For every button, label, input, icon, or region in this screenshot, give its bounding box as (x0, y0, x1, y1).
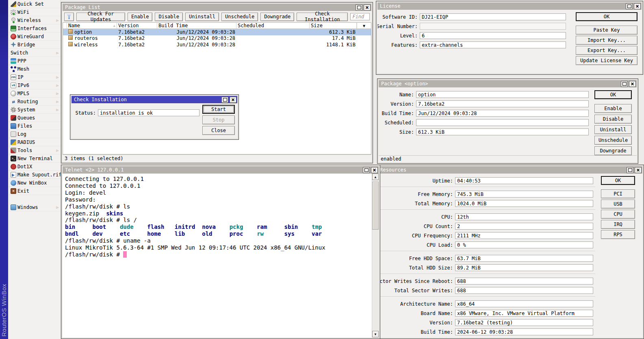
sidebar-item-routing[interactable]: Routing▷ (8, 98, 61, 106)
field-free-memory[interactable]: 745.3 MiB (455, 191, 593, 198)
terminal-output[interactable]: Connecting to 127.0.0.1Connected to 127.… (63, 174, 372, 337)
field-cpu-load[interactable]: 0 % (455, 241, 593, 248)
sidebar-item-dot1x[interactable]: Dot1X (8, 163, 61, 171)
rps-button[interactable]: RPS (601, 230, 635, 239)
unschedule-button[interactable]: Unschedule (221, 13, 258, 21)
field-sector-writes-since-reboot[interactable]: 688 (455, 278, 593, 285)
ok-button[interactable]: OK (594, 90, 632, 99)
disable-button[interactable]: Disable (155, 13, 183, 21)
field-software-id[interactable]: DJ21-EIQP (420, 13, 566, 20)
column-header-size[interactable]: Size (310, 23, 357, 28)
start-button[interactable]: Start (202, 105, 235, 114)
maximize-icon[interactable] (363, 167, 370, 173)
field-total-sector-writes[interactable]: 688 (455, 287, 593, 294)
maximize-icon[interactable] (626, 3, 633, 9)
close-button[interactable]: Close (202, 126, 235, 135)
field-version[interactable]: 7.16beta2 (testing) (455, 319, 593, 326)
table-row[interactable]: routeros7.16beta2Jun/12/2024 09:03:2817.… (63, 35, 371, 42)
field-cpu-frequency[interactable]: 2111 MHz (455, 232, 593, 239)
close-icon[interactable] (635, 167, 642, 173)
sidebar-item-files[interactable]: Files (8, 122, 61, 130)
close-icon[interactable] (634, 3, 641, 9)
maximize-icon[interactable] (221, 97, 228, 103)
titlebar-resources[interactable]: Resources (377, 166, 642, 174)
maximize-icon[interactable] (627, 167, 633, 173)
check-installation-button[interactable]: Check Installation (297, 13, 348, 21)
field-free-hdd-space[interactable]: 63.7 MiB (455, 255, 593, 262)
sidebar-item-windows[interactable]: Windows▷ (8, 203, 61, 211)
close-icon[interactable] (364, 4, 371, 11)
sidebar-item-wifi[interactable]: WiFi (8, 8, 61, 16)
scroll-up-icon[interactable]: ▲ (372, 174, 379, 180)
sidebar-item-ip[interactable]: IP▷ (8, 73, 61, 81)
field-architecture-name[interactable]: x86_64 (455, 300, 593, 307)
close-icon[interactable] (230, 97, 236, 103)
disable-button[interactable]: Disable (594, 115, 632, 124)
sidebar-item-queues[interactable]: Queues (8, 114, 61, 122)
sidebar-item-bridge[interactable]: Bridge (8, 41, 61, 49)
column-header-name[interactable]: Name▲ (67, 23, 117, 28)
import-key-button[interactable]: Import Key... (576, 36, 637, 45)
downgrade-button[interactable]: Downgrade (260, 13, 294, 21)
sidebar-item-log[interactable]: Log (8, 130, 61, 138)
update-license-key-button[interactable]: Update License Key (576, 56, 637, 65)
close-icon[interactable] (371, 167, 378, 173)
table-row[interactable]: wireless7.16beta2Jun/12/2024 09:03:28114… (63, 41, 371, 48)
enable-button[interactable]: Enable (594, 104, 632, 113)
cpu-button[interactable]: CPU (601, 210, 635, 219)
sidebar-item-tools[interactable]: Tools▷ (8, 146, 61, 154)
sidebar-item-quick-set[interactable]: Quick Set (8, 0, 61, 8)
sidebar-item-make-supout[interactable]: Make Supout.rif (8, 171, 61, 179)
downgrade-button[interactable]: Downgrade (594, 146, 632, 155)
field-level[interactable]: 6 (420, 32, 566, 39)
field-cpu[interactable]: 12th (455, 213, 593, 220)
titlebar-package-option[interactable]: Package <option> (379, 80, 637, 87)
field-build-time[interactable]: Jun/12/2024 09:03:28 (416, 110, 589, 117)
titlebar-package-list[interactable]: Package List (63, 4, 371, 11)
sidebar-item-new-terminal[interactable]: New Terminal (8, 154, 61, 163)
sidebar-item-wireless[interactable]: Wireless▷ (8, 16, 61, 24)
sidebar-item-interfaces[interactable]: Interfaces (8, 24, 61, 33)
paste-key-button[interactable]: Paste Key (576, 26, 637, 35)
sidebar-item-mesh[interactable]: Mesh (8, 65, 61, 73)
column-header-version[interactable]: Version (117, 23, 157, 28)
field-build-time[interactable]: 2024-06-12 09:03:28 (455, 328, 593, 335)
field-cpu-count[interactable]: 2 (455, 223, 593, 230)
field-version[interactable]: 7.16beta2 (416, 100, 589, 107)
usb-button[interactable]: USB (601, 200, 635, 209)
field-board-name[interactable]: x86 VMware, Inc. VMware Virtual Platform (455, 310, 593, 317)
sidebar-item-wireguard[interactable]: WireGuard (8, 33, 61, 41)
sidebar-item-mpls[interactable]: MPLS▷ (8, 89, 61, 98)
uninstall-button[interactable]: Uninstall (594, 125, 632, 134)
titlebar-check-installation[interactable]: Check Installation (72, 96, 237, 103)
scroll-down-icon[interactable]: ▼ (372, 331, 379, 337)
table-row[interactable]: option7.16beta2Jun/12/2024 09:03:28612.3… (63, 29, 371, 35)
sidebar-item-radius[interactable]: RADIUS (8, 138, 61, 146)
sidebar-item-switch[interactable]: Switch▷ (8, 49, 61, 57)
field-features[interactable]: extra-channels (420, 41, 566, 48)
sidebar-item-ppp[interactable]: PPP (8, 57, 61, 65)
enable-button[interactable]: Enable (128, 13, 152, 21)
column-select[interactable] (63, 23, 67, 28)
field-uptime[interactable]: 04:40:53 (455, 177, 593, 184)
scrollbar-thumb[interactable] (372, 182, 379, 230)
stop-button[interactable]: Stop (202, 115, 235, 124)
filter-button[interactable] (64, 13, 74, 21)
unschedule-button[interactable]: Unschedule (594, 136, 632, 145)
sidebar-item-new-winbox[interactable]: New WinBox (8, 179, 61, 187)
field-serial-number[interactable] (420, 23, 566, 30)
sidebar-item-ipv6[interactable]: IPv6▷ (8, 81, 61, 89)
titlebar-telnet[interactable]: Telnet <2> 127.0.0.1 (63, 166, 379, 174)
status-field[interactable]: installation is ok (98, 109, 199, 116)
field-total-hdd-size[interactable]: 89.2 MiB (455, 264, 593, 271)
close-icon[interactable] (629, 81, 636, 87)
sidebar-item-exit[interactable]: Exit (8, 187, 61, 195)
scrollbar[interactable]: ▲ ▼ (372, 174, 379, 337)
column-dropdown-icon[interactable]: ▼ (357, 23, 371, 28)
maximize-icon[interactable] (621, 81, 628, 87)
field-total-memory[interactable]: 1024.0 MiB (455, 200, 593, 207)
column-header-scheduled[interactable]: Scheduled (236, 23, 310, 28)
ok-button[interactable]: OK (601, 176, 635, 185)
export-key-button[interactable]: Export Key... (576, 46, 637, 55)
field-name[interactable]: option (416, 91, 589, 98)
